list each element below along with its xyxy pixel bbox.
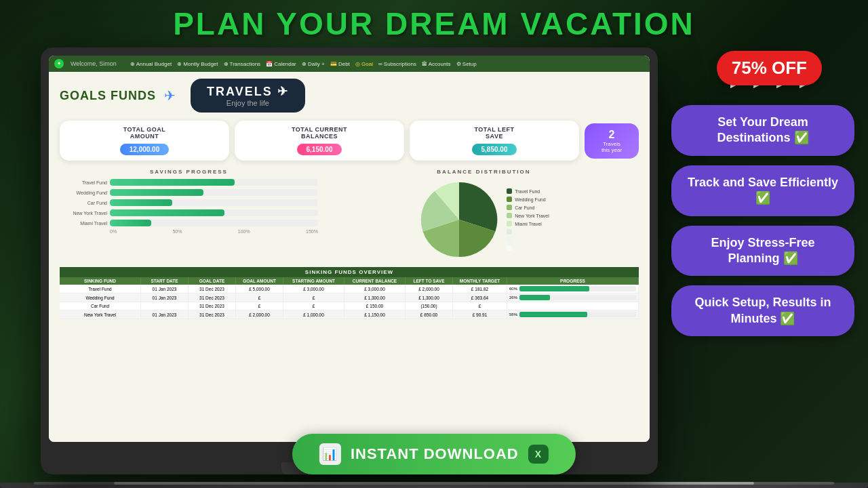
bar-fill-car — [110, 199, 172, 206]
nav-debt[interactable]: 💳 Debt — [330, 61, 350, 67]
axis-100: 100% — [238, 229, 250, 234]
pie-container: Travel Fund Wedding Fund Car Fund — [418, 179, 549, 260]
cell-goal-amt-4: £ 2,000.00 — [236, 310, 283, 319]
laptop: ✦ Welcome, Simon ⊕ Annual Budget ⊕ Montl… — [41, 47, 658, 474]
legend-label-miami: Miami Travel — [515, 222, 542, 226]
bar-track-wedding — [110, 189, 318, 196]
cell-start-2: 01 Jan 2023 — [141, 293, 189, 302]
legend-newyork: New York Travel — [507, 213, 549, 218]
nav-accounts[interactable]: 🏛 Accounts — [422, 61, 451, 67]
col-goal-amt: GOAL AMOUNT — [236, 277, 283, 285]
bar-label-travel: Travel Fund — [60, 180, 107, 185]
scrollbar-track[interactable] — [34, 482, 834, 485]
table-header: SINKING FUNDS OVERVIEW — [60, 267, 639, 277]
cell-start-amt-4: £ 1,000.00 — [283, 310, 344, 319]
discount-badge: 75% OFF — [717, 51, 822, 85]
feature-1[interactable]: Set Your Dream Destinations ✅ — [671, 105, 854, 156]
main-title: PLAN YOUR DREAM VACATION — [0, 5, 868, 42]
legend-dot-wedding — [507, 197, 512, 202]
excel-badge: X — [528, 445, 549, 464]
nav-transactions[interactable]: ⊕ Transactions — [224, 61, 261, 67]
travels-main: TRAVELS ✈ — [207, 84, 289, 99]
nav-calendar[interactable]: 📅 Calendar — [266, 61, 296, 67]
cell-goal-amt-1: £ 5,000.00 — [236, 285, 283, 293]
pie-legend: Travel Fund Wedding Fund Car Fund — [507, 188, 549, 251]
bar-fill-miami — [110, 220, 151, 226]
table-row-1: Travel Fund 01 Jan 2023 31 Dec 2023 £ 5,… — [60, 285, 639, 293]
legend-dot-8 — [507, 245, 512, 251]
nav-subscriptions[interactable]: ∞ Subscriptions — [378, 61, 416, 67]
nav-welcome: Welcome, Simon — [71, 60, 117, 67]
axis-50: 50% — [172, 229, 182, 234]
col-progress: PROGRESS — [507, 277, 639, 285]
cell-goal-amt-2: £ — [236, 293, 283, 302]
legend-label-car: Car Fund — [515, 205, 534, 210]
cell-progress-1: 60% — [507, 285, 639, 293]
sheets-icon: 📊 — [319, 443, 341, 465]
legend-label-wedding: Wedding Fund — [515, 197, 545, 202]
legend-wedding: Wedding Fund — [507, 197, 549, 202]
goals-title: GOALS FUNDS — [60, 89, 156, 103]
feature-4[interactable]: Quick Setup, Results in Minutes ✅ — [671, 285, 854, 336]
cell-goal-date-1: 31 Dec 2023 — [189, 285, 236, 293]
bar-row-miami: Miami Travel — [60, 220, 318, 226]
bar-axis: 0% 50% 100% 150% — [110, 229, 318, 234]
bar-fill-travel — [110, 179, 235, 186]
legend-7 — [507, 237, 549, 243]
nav-monthly-budget[interactable]: ⊕ Montly Budget — [177, 61, 218, 67]
stat-left-save: TOTAL LEFTSAVE 5,850.00 — [410, 121, 579, 161]
col-fund: SINKING FUND — [60, 277, 141, 285]
travels-count: 2 — [595, 129, 628, 141]
feature-2[interactable]: Track and Save Efficiently ✅ — [671, 165, 854, 216]
legend-label-newyork: New York Travel — [515, 214, 549, 218]
bar-track-miami — [110, 220, 318, 226]
bar-track-newyork — [110, 209, 318, 216]
pie-section: BALANCE DISTRIBUTION — [329, 169, 639, 260]
bar-fill-wedding — [110, 189, 203, 196]
scrollbar-thumb[interactable] — [114, 482, 754, 485]
charts-section: SAVINGS PROGRESS Travel Fund Wedding Fun… — [49, 165, 650, 264]
nav-goal[interactable]: ◎ Goal — [355, 61, 373, 67]
col-monthly: MONTHLY TARGET — [453, 277, 507, 285]
travels-banner: TRAVELS ✈ Enjoy the life — [191, 79, 305, 113]
cell-monthly-4: £ 90.91 — [453, 310, 507, 319]
cell-start-amt-1: £ 3,000.00 — [283, 285, 344, 293]
stat-left-value: 5,850.00 — [472, 144, 517, 155]
laptop-body: ✦ Welcome, Simon ⊕ Annual Budget ⊕ Montl… — [41, 47, 658, 474]
col-start: START DATE — [141, 277, 189, 285]
legend-dot-6 — [507, 229, 512, 235]
cell-progress-2: 26% — [507, 293, 639, 302]
download-button[interactable]: 📊 INSTANT DOWNLOAD X — [292, 434, 576, 474]
cell-start-amt-3: £ — [283, 302, 344, 310]
goals-header: GOALS FUNDS ✈ TRAVELS ✈ Enjoy the life — [49, 72, 650, 117]
cell-fund-3: Car Fund — [60, 302, 141, 310]
nav-logo: ✦ — [54, 59, 64, 68]
stat-left-label: TOTAL LEFTSAVE — [420, 126, 568, 140]
nav-annual-budget[interactable]: ⊕ Annual Budget — [130, 61, 172, 67]
col-current: CURRENT BALANCE — [344, 277, 406, 285]
cell-goal-date-3: 31 Dec 2023 — [189, 302, 236, 310]
legend-6 — [507, 229, 549, 235]
savings-title: SAVINGS PROGRESS — [60, 169, 318, 175]
cell-current-4: £ 1,150.00 — [344, 310, 406, 319]
cell-current-2: £ 1,300.00 — [344, 293, 406, 302]
stat-balance-value: 6,150.00 — [297, 144, 342, 155]
legend-dot-miami — [507, 221, 512, 226]
feature-3[interactable]: Enjoy Stress-Free Planning ✅ — [671, 226, 854, 277]
screen-content: GOALS FUNDS ✈ TRAVELS ✈ Enjoy the life T… — [49, 72, 650, 442]
bar-row-car: Car Fund — [60, 199, 318, 206]
cell-fund-4: New York Travel — [60, 310, 141, 319]
cell-start-amt-2: £ — [283, 293, 344, 302]
stat-balance-label: TOTAL CURRENTBALANCES — [245, 126, 393, 140]
bar-row-newyork: New York Travel — [60, 209, 318, 216]
nav-daily[interactable]: ⊕ Daily + — [302, 61, 325, 67]
nav-setup[interactable]: ⚙ Setup — [456, 61, 477, 67]
stat-current-balance: TOTAL CURRENTBALANCES 6,150.00 — [235, 121, 404, 161]
table-row-2: Wedding Fund 01 Jan 2023 31 Dec 2023 £ £… — [60, 293, 639, 302]
travels-count-label: Travelsthis year — [595, 141, 628, 153]
travels-count-box: 2 Travelsthis year — [585, 123, 639, 159]
cell-start-4: 01 Jan 2023 — [141, 310, 189, 319]
cell-progress-3 — [507, 302, 639, 310]
stats-row: TOTAL GOALAMOUNT 12,000.00 TOTAL CURRENT… — [49, 117, 650, 165]
axis-150: 150% — [306, 229, 318, 234]
